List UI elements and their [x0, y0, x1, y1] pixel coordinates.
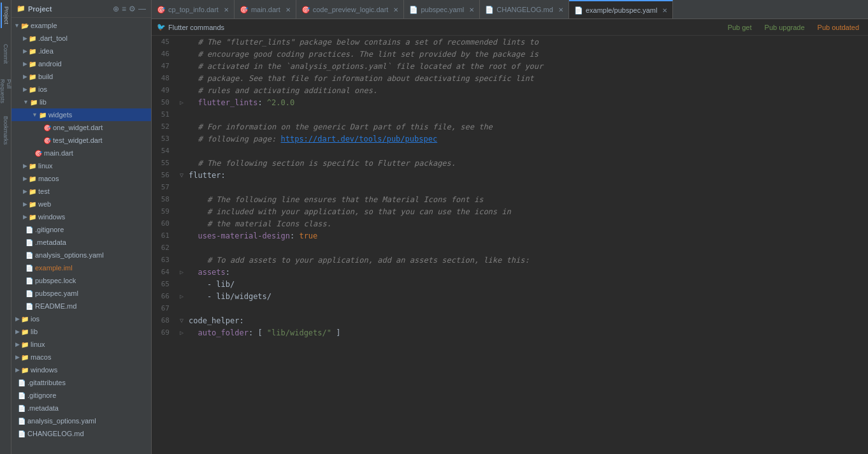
- sidebar-item-web[interactable]: ▶ 📁 web: [11, 198, 151, 210]
- tab-close-icon[interactable]: ✕: [469, 6, 474, 13]
- sidebar-item-windows2[interactable]: ▶ 📁 windows: [11, 363, 151, 376]
- tab-close-icon[interactable]: ✕: [393, 6, 398, 13]
- line-fold[interactable]: [177, 72, 186, 84]
- sidebar-item-dart-tool[interactable]: ▶ 📁 .dart_tool: [11, 32, 151, 45]
- sidebar-item-metadata[interactable]: 📄 .metadata: [11, 236, 151, 249]
- tab-example-pubspec[interactable]: 📄 example/pubspec.yaml ✕: [569, 0, 674, 19]
- sidebar-expand-icon[interactable]: ⊕: [113, 4, 119, 13]
- tab-code-preview-logic[interactable]: 🎯 code_preview_logic.dart ✕: [296, 0, 405, 19]
- sidebar-item-readme[interactable]: 📄 README.md: [11, 300, 151, 312]
- tab-close-icon[interactable]: ✕: [286, 6, 291, 13]
- sidebar-item-metadata2[interactable]: 📄 .metadata: [11, 402, 151, 414]
- sidebar-item-lib2[interactable]: ▶ 📁 lib: [11, 325, 151, 338]
- tab-changelog[interactable]: 📄 CHANGELOG.md ✕: [480, 0, 569, 19]
- sidebar-close-icon[interactable]: —: [138, 4, 146, 13]
- line-fold[interactable]: ▷: [177, 290, 186, 302]
- sidebar-item-windows[interactable]: ▶ 📁 windows: [11, 210, 151, 223]
- tab-close-icon[interactable]: ✕: [558, 6, 563, 13]
- line-fold[interactable]: [177, 205, 186, 217]
- line-fold[interactable]: [177, 108, 186, 121]
- sidebar-item-label: analysis_options.yaml: [27, 417, 96, 425]
- line-fold[interactable]: ▽: [177, 314, 186, 326]
- sidebar-item-analysis2[interactable]: 📄 analysis_options.yaml: [11, 414, 151, 427]
- sidebar-item-test[interactable]: ▶ 📁 test: [11, 185, 151, 198]
- line-fold[interactable]: [177, 48, 186, 60]
- yaml-file-icon: 📄: [25, 252, 33, 259]
- line-fold[interactable]: [177, 193, 186, 205]
- line-fold[interactable]: [177, 84, 186, 96]
- sidebar-item-build[interactable]: ▶ 📁 build: [11, 70, 151, 83]
- sidebar-settings-icon[interactable]: ⚙: [129, 4, 136, 13]
- sidebar-item-analysis-options[interactable]: 📄 analysis_options.yaml: [11, 249, 151, 261]
- chevron-right-icon: ▶: [15, 354, 20, 360]
- sidebar-item-ios2[interactable]: ▶ 📁 ios: [11, 312, 151, 325]
- chevron-right-icon: ▶: [23, 61, 27, 67]
- sidebar-item-test-widget[interactable]: 🎯 test_widget.dart: [11, 134, 151, 147]
- pub-get-button[interactable]: Pub get: [724, 22, 756, 33]
- sidebar-item-gitignore[interactable]: 📄 .gitignore: [11, 223, 151, 236]
- line-fold[interactable]: ▽: [177, 169, 186, 181]
- line-fold[interactable]: ▷: [177, 266, 186, 278]
- tab-main-dart[interactable]: 🎯 main.dart ✕: [235, 0, 296, 19]
- pub-upgrade-button[interactable]: Pub upgrade: [761, 22, 809, 33]
- folder-icon: 📁: [29, 73, 36, 80]
- line-content: code_helper:: [186, 314, 868, 326]
- line-fold[interactable]: [177, 217, 186, 230]
- sidebar-item-linux[interactable]: ▶ 📁 linux: [11, 159, 151, 172]
- sidebar-item-main-dart[interactable]: 🎯 main.dart: [11, 147, 151, 159]
- sidebar-item-pubspec-yaml[interactable]: 📄 pubspec.yaml: [11, 287, 151, 300]
- sidebar-collapse-icon[interactable]: ≡: [122, 4, 126, 13]
- file-icon: 📄: [18, 405, 25, 412]
- activity-bar-pull-requests[interactable]: Pull Requests: [1, 79, 11, 105]
- activity-bar-bookmarks[interactable]: Bookmarks: [1, 117, 11, 143]
- line-fold[interactable]: [177, 242, 186, 254]
- chevron-right-icon: ▶: [23, 48, 27, 54]
- sidebar-item-label: test_widget.dart: [53, 136, 103, 144]
- sidebar-item-android[interactable]: ▶ 📁 android: [11, 57, 151, 70]
- activity-bar-project[interactable]: Project: [1, 3, 11, 28]
- tab-cp-top-info[interactable]: 🎯 cp_top_info.dart ✕: [152, 0, 235, 19]
- pub-outdated-button[interactable]: Pub outdated: [814, 22, 863, 33]
- sidebar-item-macos2[interactable]: ▶ 📁 macos: [11, 351, 151, 363]
- sidebar-item-gitignore2[interactable]: 📄 .gitignore: [11, 389, 151, 402]
- tab-close-icon[interactable]: ✕: [662, 7, 667, 14]
- line-fold[interactable]: [177, 145, 186, 157]
- sidebar-item-macos[interactable]: ▶ 📁 macos: [11, 172, 151, 185]
- line-fold[interactable]: [177, 254, 186, 266]
- sidebar-item-label: linux: [31, 340, 45, 348]
- line-fold[interactable]: [177, 181, 186, 193]
- activity-bar-commit[interactable]: Commit: [1, 41, 11, 66]
- line-fold[interactable]: [177, 36, 186, 48]
- sidebar-item-lib[interactable]: ▼ 📁 lib: [11, 96, 151, 108]
- sidebar-item-example[interactable]: ▼ 📂 example: [11, 19, 151, 32]
- sidebar-item-gitattributes[interactable]: 📄 .gitattributes: [11, 376, 151, 389]
- sidebar-item-changelog[interactable]: 📄 CHANGELOG.md: [11, 427, 151, 440]
- line-fold[interactable]: ▷: [177, 326, 186, 339]
- line-content: # The following line ensures that the Ma…: [186, 193, 868, 205]
- line-fold[interactable]: [177, 121, 186, 133]
- sidebar-item-example-iml[interactable]: 📄 example.iml: [11, 261, 151, 274]
- tab-pubspec-yaml[interactable]: 📄 pubspec.yaml ✕: [404, 0, 480, 19]
- sidebar-item-linux2[interactable]: ▶ 📁 linux: [11, 338, 151, 351]
- line-content: # activated in the `analysis_options.yam…: [186, 60, 868, 72]
- line-content: uses-material-design: true: [186, 230, 868, 242]
- sidebar-item-one-widget[interactable]: 🎯 one_widget.dart: [11, 121, 151, 134]
- line-fold[interactable]: [177, 133, 186, 145]
- line-fold[interactable]: ▷: [177, 96, 186, 108]
- sidebar-item-ios[interactable]: ▶ 📁 ios: [11, 83, 151, 96]
- sidebar-item-idea[interactable]: ▶ 📁 .idea: [11, 45, 151, 57]
- line-fold[interactable]: [177, 157, 186, 169]
- sidebar-item-pubspec-lock[interactable]: 📄 pubspec.lock: [11, 274, 151, 287]
- chevron-right-icon: ▶: [15, 367, 20, 373]
- line-number: 57: [152, 181, 177, 193]
- line-fold[interactable]: [177, 230, 186, 242]
- line-fold[interactable]: [177, 278, 186, 290]
- code-editor[interactable]: 45 # The "flutter_lints" package below c…: [152, 36, 868, 454]
- line-fold[interactable]: [177, 302, 186, 314]
- table-row: 50 ▷ flutter_lints: ^2.0.0: [152, 96, 868, 108]
- line-fold[interactable]: [177, 60, 186, 72]
- sidebar-item-label: one_widget.dart: [53, 124, 103, 131]
- sidebar-item-widgets[interactable]: ▼ 📁 widgets: [11, 108, 151, 121]
- sidebar-item-label: windows: [31, 366, 57, 374]
- tab-close-icon[interactable]: ✕: [224, 6, 229, 13]
